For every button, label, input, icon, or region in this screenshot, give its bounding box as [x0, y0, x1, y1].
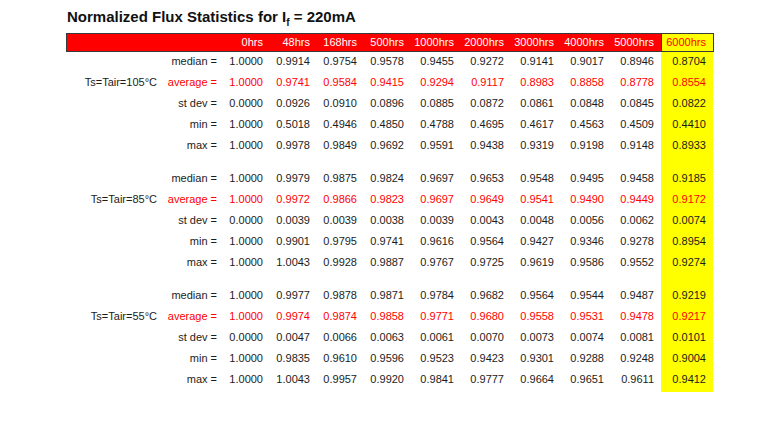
value-cell: 0.9610	[317, 348, 364, 369]
value-cell: 0.0043	[461, 210, 511, 231]
value-cell: 0.8778	[611, 72, 661, 93]
value-cell: 0.8946	[611, 51, 661, 72]
value-cell: 1.0000	[223, 369, 270, 390]
group-gap	[67, 273, 713, 285]
value-cell-6000hrs: 0.4410	[661, 114, 713, 135]
header-cell-5000hrs: 5000hrs	[611, 34, 661, 51]
value-cell: 0.4946	[317, 114, 364, 135]
value-cell: 0.9458	[611, 168, 661, 189]
value-cell: 0.0000	[223, 93, 270, 114]
value-cell: 0.9449	[611, 189, 661, 210]
value-cell: 0.9957	[317, 369, 364, 390]
group-label-cell	[67, 285, 161, 306]
group-label-cell	[67, 210, 161, 231]
value-cell: 0.8983	[511, 72, 561, 93]
value-cell: 0.4695	[461, 114, 511, 135]
value-cell: 0.0081	[611, 327, 661, 348]
value-cell: 0.9901	[270, 231, 317, 252]
value-cell: 0.9294	[411, 72, 461, 93]
value-cell: 0.9278	[611, 231, 661, 252]
stat-label-cell: median =	[161, 51, 223, 72]
table-row: min =1.00000.98350.96100.95960.95230.942…	[67, 348, 713, 369]
value-cell: 1.0000	[223, 114, 270, 135]
value-cell: 0.0074	[561, 327, 611, 348]
group-label-cell	[67, 369, 161, 390]
value-cell: 0.9346	[561, 231, 611, 252]
value-cell: 0.0845	[611, 93, 661, 114]
value-cell-6000hrs: 0.8704	[661, 51, 713, 72]
value-cell: 0.9578	[364, 51, 411, 72]
value-cell: 0.9725	[461, 252, 511, 273]
value-cell: 0.9878	[317, 285, 364, 306]
value-cell: 0.0039	[317, 210, 364, 231]
stat-label-cell: st dev =	[161, 210, 223, 231]
table-row: st dev =0.00000.00470.00660.00630.00610.…	[67, 327, 713, 348]
value-cell: 0.0926	[270, 93, 317, 114]
group-label-cell: Ts=Tair=105°C	[67, 72, 161, 93]
header-cell-0hrs: 0hrs	[223, 34, 270, 51]
value-cell: 0.9777	[461, 369, 511, 390]
table-row: min =1.00000.50180.49460.48500.47880.469…	[67, 114, 713, 135]
stat-label-cell: max =	[161, 369, 223, 390]
table-row: max =1.00001.00430.99570.99200.98410.977…	[67, 369, 713, 390]
stat-label-cell: min =	[161, 348, 223, 369]
value-cell: 0.9564	[511, 285, 561, 306]
value-cell: 0.9423	[461, 348, 511, 369]
group-label-cell: Ts=Tair=55°C	[67, 306, 161, 327]
value-cell: 0.0062	[611, 210, 661, 231]
value-cell: 0.0066	[317, 327, 364, 348]
value-cell: 0.9586	[561, 252, 611, 273]
group-label-cell	[67, 93, 161, 114]
value-cell: 0.9141	[511, 51, 561, 72]
value-cell: 0.4509	[611, 114, 661, 135]
value-cell-6000hrs: 0.0074	[661, 210, 713, 231]
value-cell-6000hrs: 0.9217	[661, 306, 713, 327]
value-cell: 1.0000	[223, 168, 270, 189]
value-cell: 0.5018	[270, 114, 317, 135]
value-cell: 0.0056	[561, 210, 611, 231]
value-cell: 0.9754	[317, 51, 364, 72]
value-cell: 1.0000	[223, 189, 270, 210]
value-cell: 0.9415	[364, 72, 411, 93]
value-cell: 0.9427	[511, 231, 561, 252]
value-cell: 0.9849	[317, 135, 364, 156]
value-cell: 1.0000	[223, 306, 270, 327]
value-cell: 0.0061	[411, 327, 461, 348]
value-cell: 0.9523	[411, 348, 461, 369]
value-cell: 0.0073	[511, 327, 561, 348]
value-cell: 1.0043	[270, 369, 317, 390]
value-cell: 0.9874	[317, 306, 364, 327]
value-cell: 0.9319	[511, 135, 561, 156]
value-cell: 1.0000	[223, 285, 270, 306]
value-cell: 0.9558	[511, 306, 561, 327]
value-cell: 0.9741	[364, 231, 411, 252]
header-cell-6000hrs: 6000hrs	[661, 34, 713, 51]
header-cell-48hrs: 48hrs	[270, 34, 317, 51]
group-label-cell	[67, 51, 161, 72]
value-cell: 0.9692	[364, 135, 411, 156]
value-cell: 0.9824	[364, 168, 411, 189]
value-cell: 0.9653	[461, 168, 511, 189]
value-cell: 1.0000	[223, 72, 270, 93]
group-label-cell	[67, 135, 161, 156]
value-cell: 0.9972	[270, 189, 317, 210]
value-cell: 0.0000	[223, 327, 270, 348]
value-cell: 1.0000	[223, 231, 270, 252]
table-row: max =1.00001.00430.99280.98870.97670.972…	[67, 252, 713, 273]
value-cell-6000hrs: 0.0101	[661, 327, 713, 348]
value-cell-6000hrs: 0.9185	[661, 168, 713, 189]
value-cell: 0.0848	[561, 93, 611, 114]
value-cell: 0.9531	[561, 306, 611, 327]
table-body: median =1.00000.99140.97540.95780.94550.…	[67, 51, 713, 390]
table-row: median =1.00000.99790.98750.98240.96970.…	[67, 168, 713, 189]
value-cell: 0.9928	[317, 252, 364, 273]
value-cell-6000hrs: 0.8933	[661, 135, 713, 156]
value-cell: 0.9771	[411, 306, 461, 327]
value-cell: 0.9767	[411, 252, 461, 273]
stat-label-cell: st dev =	[161, 327, 223, 348]
table-row: Ts=Tair=85°Caverage =1.00000.99720.98660…	[67, 189, 713, 210]
value-cell: 0.9288	[561, 348, 611, 369]
value-cell: 0.9495	[561, 168, 611, 189]
value-cell: 0.9596	[364, 348, 411, 369]
value-cell: 0.0000	[223, 210, 270, 231]
